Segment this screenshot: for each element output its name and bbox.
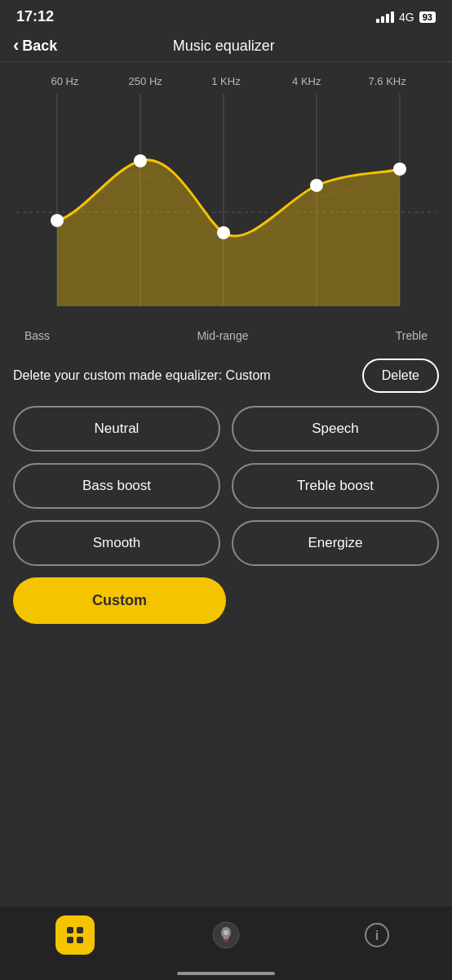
delete-section: Delete your custom made equalizer: Custo… xyxy=(13,359,439,393)
grid-svg xyxy=(64,924,86,946)
freq-250hz: 250 Hz xyxy=(105,75,186,87)
preset-speech[interactable]: Speech xyxy=(232,406,439,452)
freq-labels: 60 Hz 250 Hz 1 KHz 4 KHz 7.6 KHz xyxy=(16,75,436,87)
custom-btn-row: Custom xyxy=(0,577,452,624)
status-bar: 17:12 4G 93 xyxy=(0,0,452,30)
svg-rect-7 xyxy=(77,927,83,933)
svg-rect-12 xyxy=(223,938,228,939)
signal-bars-icon xyxy=(376,11,394,23)
eq-point-2[interactable] xyxy=(134,154,147,167)
preset-energize[interactable]: Energize xyxy=(232,520,439,566)
axis-midrange: Mid-range xyxy=(197,329,248,342)
svg-rect-13 xyxy=(224,940,228,942)
axis-labels: Bass Mid-range Treble xyxy=(16,323,436,342)
nav-home[interactable] xyxy=(55,915,95,955)
battery-badge: 93 xyxy=(419,11,436,23)
axis-treble: Treble xyxy=(396,329,428,342)
back-chevron-icon: ‹ xyxy=(13,37,19,55)
eq-svg xyxy=(16,94,436,323)
preset-neutral[interactable]: Neutral xyxy=(13,406,220,452)
delete-text: Delete your custom made equalizer: Custo… xyxy=(13,367,352,385)
eq-section: 60 Hz 250 Hz 1 KHz 4 KHz 7.6 KHz xyxy=(0,62,452,342)
eq-point-1[interactable] xyxy=(51,214,64,227)
nav-info[interactable]: i xyxy=(357,915,397,955)
delete-button[interactable]: Delete xyxy=(362,359,439,393)
axis-bass: Bass xyxy=(24,329,50,342)
home-indicator xyxy=(177,972,275,975)
freq-1khz: 1 KHz xyxy=(186,75,267,87)
eq-chart[interactable] xyxy=(16,94,436,323)
svg-point-14 xyxy=(224,930,228,935)
bulb-svg xyxy=(212,921,240,949)
preset-treble-boost[interactable]: Treble boost xyxy=(232,463,439,509)
status-time: 17:12 xyxy=(16,8,54,25)
svg-rect-6 xyxy=(67,927,73,933)
svg-rect-8 xyxy=(67,937,73,943)
network-label: 4G xyxy=(399,11,414,24)
status-icons: 4G 93 xyxy=(376,11,436,24)
page-title: Music equalizer xyxy=(57,38,390,55)
preset-smooth[interactable]: Smooth xyxy=(13,520,220,566)
bulb-icon xyxy=(206,915,246,955)
freq-76khz: 7.6 KHz xyxy=(347,75,428,87)
preset-bass-boost[interactable]: Bass boost xyxy=(13,463,220,509)
bottom-nav: i xyxy=(0,906,452,980)
svg-text:i: i xyxy=(374,929,378,942)
nav-bar: ‹ Back Music equalizer xyxy=(0,30,452,62)
eq-point-3[interactable] xyxy=(217,226,230,239)
freq-4khz: 4 KHz xyxy=(266,75,347,87)
freq-60hz: 60 Hz xyxy=(24,75,105,87)
svg-rect-9 xyxy=(77,937,83,943)
back-button[interactable]: ‹ Back xyxy=(13,37,57,55)
nav-ideas[interactable] xyxy=(206,915,246,955)
info-svg: i xyxy=(363,921,391,949)
eq-point-5[interactable] xyxy=(393,163,406,176)
eq-point-4[interactable] xyxy=(310,179,323,192)
back-label: Back xyxy=(22,38,57,55)
presets-grid: Neutral Speech Bass boost Treble boost S… xyxy=(0,406,452,566)
info-icon: i xyxy=(357,915,397,955)
preset-custom[interactable]: Custom xyxy=(13,577,226,624)
grid-icon xyxy=(55,915,95,955)
